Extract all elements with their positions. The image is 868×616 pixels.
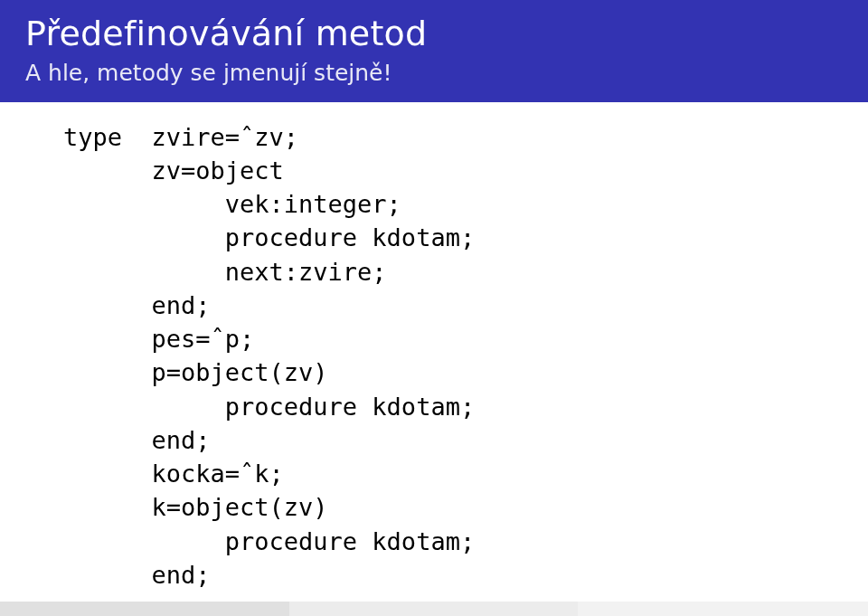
code-line: procedure kdotam; bbox=[63, 393, 475, 421]
slide-body: type zvire=ˆzv; zv=object vek:integer; p… bbox=[0, 102, 868, 592]
code-line: end; bbox=[63, 561, 211, 589]
code-line: next:zvire; bbox=[63, 258, 387, 286]
slide-subtitle: A hle, metody se jmenují stejně! bbox=[25, 60, 843, 86]
code-line: end; bbox=[63, 291, 211, 319]
code-line: pes=ˆp; bbox=[63, 325, 254, 353]
slide-header: Předefinovávání metod A hle, metody se j… bbox=[0, 0, 868, 102]
footer-segment bbox=[0, 602, 289, 616]
slide-title: Předefinovávání metod bbox=[25, 14, 843, 54]
slide: Předefinovávání metod A hle, metody se j… bbox=[0, 0, 868, 616]
code-line: type zvire=ˆzv; bbox=[63, 123, 298, 151]
slide-footer bbox=[0, 602, 868, 616]
code-line: procedure kdotam; bbox=[63, 223, 475, 251]
code-line: vek:integer; bbox=[63, 190, 401, 218]
code-block: type zvire=ˆzv; zv=object vek:integer; p… bbox=[63, 120, 832, 592]
footer-segment bbox=[289, 602, 579, 616]
code-line: p=object(zv) bbox=[63, 358, 328, 386]
footer-segment bbox=[578, 602, 868, 616]
code-line: procedure kdotam; bbox=[63, 527, 475, 555]
code-line: kocka=ˆk; bbox=[63, 460, 284, 488]
code-line: zv=object bbox=[63, 156, 284, 185]
code-line: k=object(zv) bbox=[63, 493, 328, 521]
code-line: end; bbox=[63, 426, 211, 454]
